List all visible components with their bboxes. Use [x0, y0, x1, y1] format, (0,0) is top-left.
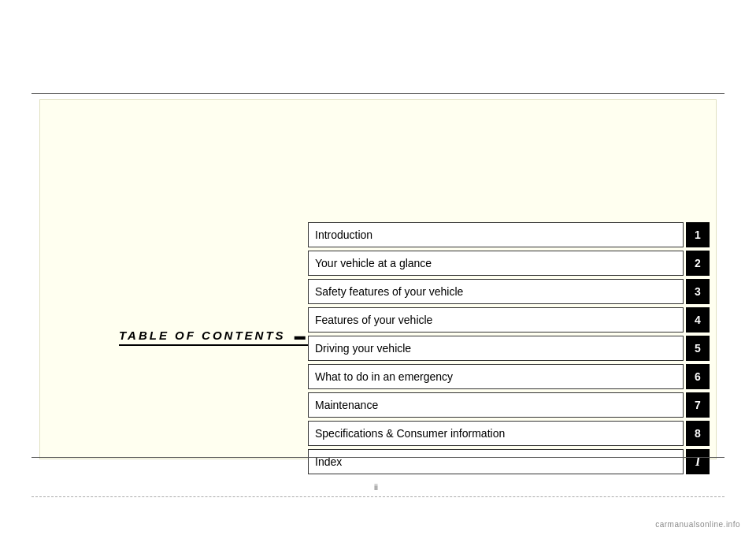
- table-row: Features of your vehicle4: [308, 307, 710, 333]
- bottom-rule: [32, 457, 724, 458]
- table-row: Specifications & Consumer information8: [308, 421, 710, 446]
- contents-item-number: 3: [686, 279, 710, 304]
- toc-title: TABLE OF CONTENTS ▬: [119, 329, 308, 346]
- contents-item-number: 7: [686, 392, 710, 418]
- watermark: carmanualsonline.info: [655, 520, 740, 529]
- top-rule: [32, 93, 724, 94]
- table-row: What to do in an emergency6: [308, 364, 710, 389]
- contents-item-label: Maintenance: [308, 392, 684, 418]
- content-area: TABLE OF CONTENTS ▬ Introduction1Your ve…: [39, 99, 717, 459]
- contents-item-number: 8: [686, 421, 710, 446]
- table-row: Safety features of your vehicle3: [308, 279, 710, 304]
- contents-item-label: Index: [308, 449, 684, 474]
- contents-item-label: Specifications & Consumer information: [308, 421, 684, 446]
- table-row: Your vehicle at a glance2: [308, 251, 710, 276]
- contents-item-label: Safety features of your vehicle: [308, 279, 684, 304]
- toc-title-text: TABLE OF CONTENTS: [119, 329, 286, 342]
- contents-item-number: 6: [686, 364, 710, 389]
- contents-item-number: 4: [686, 307, 710, 333]
- contents-item-label: Your vehicle at a glance: [308, 251, 684, 276]
- table-row: Introduction1: [308, 222, 710, 247]
- toc-arrow-icon: ▬: [295, 329, 308, 342]
- contents-item-number: I: [686, 449, 710, 474]
- contents-item-label: Driving your vehicle: [308, 336, 684, 361]
- contents-item-number: 5: [686, 336, 710, 361]
- dashed-separator: [32, 496, 724, 497]
- contents-item-label: What to do in an emergency: [308, 364, 684, 389]
- contents-list: Introduction1Your vehicle at a glance2Sa…: [308, 222, 710, 477]
- page-number: ii: [374, 482, 378, 492]
- contents-item-label: Features of your vehicle: [308, 307, 684, 333]
- table-row: Driving your vehicle5: [308, 336, 710, 361]
- contents-item-number: 2: [686, 251, 710, 276]
- table-row: IndexI: [308, 449, 710, 474]
- page-container: TABLE OF CONTENTS ▬ Introduction1Your ve…: [0, 0, 756, 535]
- contents-item-label: Introduction: [308, 222, 684, 247]
- table-row: Maintenance7: [308, 392, 710, 418]
- contents-item-number: 1: [686, 222, 710, 247]
